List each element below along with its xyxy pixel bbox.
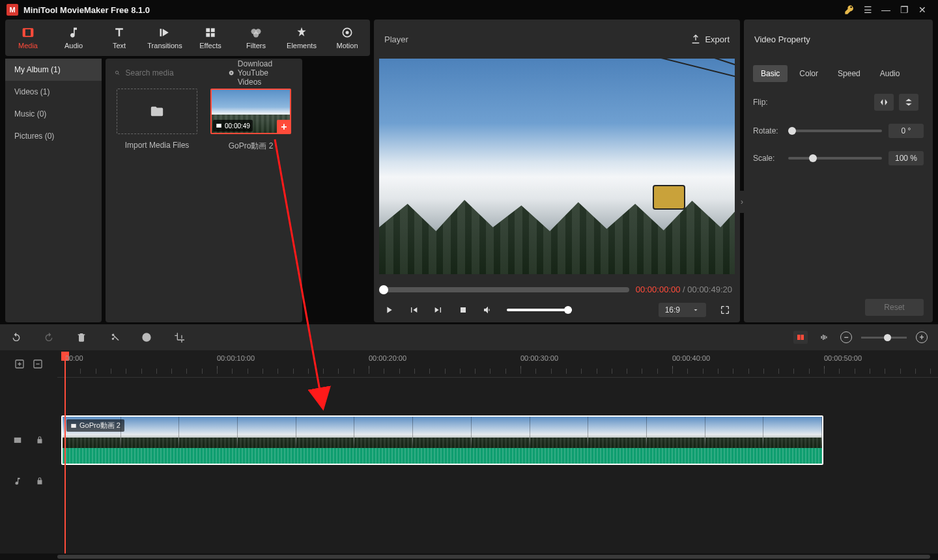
prop-tab-basic[interactable]: Basic: [753, 65, 788, 82]
time-ruler[interactable]: 00:00 00:00:10:00 00:00:20:00 00:00:30:0…: [57, 350, 938, 378]
sidebar-item-music[interactable]: Music (0): [5, 103, 102, 125]
menu-icon[interactable]: ☰: [859, 1, 877, 19]
timeline-view-waveform[interactable]: [817, 331, 831, 344]
scale-value[interactable]: 100 %: [888, 151, 924, 165]
stop-button[interactable]: [457, 304, 469, 316]
lock-icon[interactable]: [35, 436, 44, 445]
export-button[interactable]: Export: [690, 34, 730, 44]
rotate-label: Rotate:: [753, 126, 788, 135]
audio-track-header: [0, 465, 57, 497]
zoom-out-button[interactable]: −: [840, 331, 852, 343]
svg-rect-4: [211, 28, 215, 32]
add-to-timeline-button[interactable]: +: [277, 120, 291, 134]
tab-text[interactable]: Text: [96, 20, 142, 56]
next-frame-button[interactable]: [433, 304, 444, 316]
timeline-view-thumbnails[interactable]: [793, 331, 808, 344]
svg-rect-19: [823, 335, 824, 340]
flip-vertical-button[interactable]: [899, 94, 918, 111]
download-youtube-link[interactable]: Download YouTube Videos: [229, 59, 293, 87]
flip-horizontal-button[interactable]: [874, 94, 894, 111]
rotate-value[interactable]: 0 °: [888, 124, 924, 138]
reset-button[interactable]: Reset: [865, 299, 924, 316]
prop-tab-speed[interactable]: Speed: [830, 65, 868, 82]
panel-collapse-icon[interactable]: ›: [739, 191, 745, 213]
sidebar-item-myalbum[interactable]: My Album (1): [5, 59, 102, 81]
import-label: Import Media Files: [125, 141, 190, 150]
prop-tab-color[interactable]: Color: [791, 65, 826, 82]
volume-icon[interactable]: [482, 304, 494, 316]
svg-point-11: [346, 31, 349, 35]
app-logo: M: [7, 4, 18, 16]
tab-media[interactable]: Media: [5, 20, 51, 56]
player-title: Player: [384, 35, 408, 44]
svg-rect-18: [821, 336, 823, 339]
timecode: 00:00:00:00 / 00:00:49:20: [636, 285, 735, 294]
tab-audio[interactable]: Audio: [51, 20, 96, 56]
volume-slider[interactable]: [507, 309, 572, 311]
clip-duration-badge: 00:00:49: [213, 120, 253, 132]
prev-frame-button[interactable]: [408, 304, 419, 316]
svg-point-13: [115, 71, 118, 74]
title-bar: M MiniTool MovieMaker Free 8.1.0 ☰ — ❐ ✕: [0, 0, 938, 20]
svg-rect-5: [206, 33, 210, 37]
remove-track-icon[interactable]: [33, 359, 43, 369]
properties-title: Video Property: [744, 20, 933, 59]
tab-motion[interactable]: Motion: [324, 20, 370, 56]
clip-badge: GoPro動画 2: [66, 419, 124, 432]
tab-filters[interactable]: Filters: [233, 20, 279, 56]
tab-effects[interactable]: Effects: [188, 20, 233, 56]
minimize-button[interactable]: —: [877, 1, 895, 19]
speed-button[interactable]: [141, 331, 152, 343]
tab-elements[interactable]: Elements: [279, 20, 324, 56]
zoom-in-button[interactable]: +: [916, 331, 928, 343]
video-preview[interactable]: [379, 59, 735, 274]
scale-label: Scale:: [753, 154, 788, 163]
scrub-bar[interactable]: [379, 287, 629, 292]
import-media-card[interactable]: Import Media Files: [115, 89, 199, 152]
svg-rect-1: [23, 29, 25, 36]
timeline-scrollbar[interactable]: [0, 553, 938, 560]
player-panel: Player Export › 00:00:00: [374, 20, 740, 322]
maximize-button[interactable]: ❐: [895, 1, 913, 19]
undo-button[interactable]: [10, 331, 22, 343]
media-browser: Download YouTube Videos Import Media Fil…: [106, 59, 302, 322]
lock-icon[interactable]: [35, 477, 44, 486]
svg-rect-3: [206, 28, 210, 32]
media-clip-card[interactable]: 00:00:49 + GoPro動画 2: [208, 89, 293, 152]
close-button[interactable]: ✕: [913, 1, 931, 19]
svg-rect-17: [801, 335, 804, 340]
svg-rect-14: [216, 124, 221, 128]
aspect-ratio-dropdown[interactable]: 16:9: [659, 303, 706, 317]
svg-rect-24: [14, 438, 21, 443]
add-track-icon[interactable]: [14, 359, 25, 369]
video-track-icon: [13, 436, 22, 445]
app-title: MiniTool MovieMaker Free 8.1.0: [23, 5, 150, 15]
prop-tab-audio[interactable]: Audio: [872, 65, 908, 82]
split-button[interactable]: [108, 331, 120, 343]
media-sidebar: My Album (1) Videos (1) Music (0) Pictur…: [5, 59, 102, 322]
tab-transitions[interactable]: Transitions: [142, 20, 188, 56]
timeline: − + 00:00 00:00:1: [0, 324, 938, 560]
properties-panel: Video Property Basic Color Speed Audio F…: [744, 20, 933, 322]
redo-button[interactable]: [43, 331, 55, 343]
timeline-toolbar: − +: [0, 324, 938, 350]
search-input[interactable]: [126, 68, 223, 77]
audio-track-icon: [13, 477, 22, 486]
timeline-tracks[interactable]: 00:00 00:00:10:00 00:00:20:00 00:00:30:0…: [57, 350, 938, 553]
sidebar-item-videos[interactable]: Videos (1): [5, 81, 102, 103]
timeline-gutter: [0, 350, 57, 553]
play-button[interactable]: [383, 304, 395, 316]
flip-label: Flip:: [753, 98, 788, 107]
sidebar-item-pictures[interactable]: Pictures (0): [5, 125, 102, 147]
zoom-slider[interactable]: [861, 337, 907, 339]
delete-button[interactable]: [76, 331, 87, 343]
scale-slider[interactable]: [788, 157, 882, 160]
svg-point-9: [253, 32, 259, 37]
video-track-header: [0, 415, 57, 465]
property-tabs: Basic Color Speed Audio: [753, 65, 924, 82]
rotate-slider[interactable]: [788, 130, 882, 132]
crop-button[interactable]: [173, 331, 185, 343]
fullscreen-button[interactable]: [719, 304, 731, 316]
timeline-clip[interactable]: GoPro動画 2: [61, 415, 823, 465]
license-key-icon[interactable]: [840, 1, 859, 19]
